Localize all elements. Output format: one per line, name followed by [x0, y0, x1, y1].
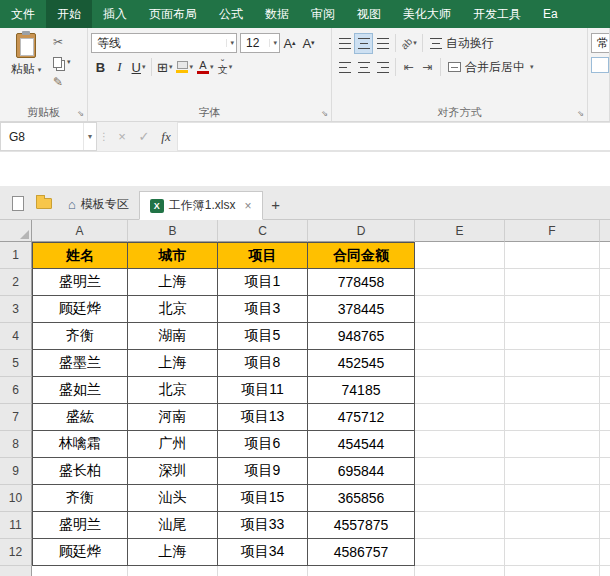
cell-D4[interactable]: 948765 [308, 323, 415, 350]
ribbon-tab-9[interactable]: 美化大师 [392, 0, 462, 28]
cell-partial[interactable] [600, 323, 610, 350]
font-size-dropdown-caret[interactable]: ▾ [269, 39, 277, 47]
cell-B6[interactable]: 北京 [128, 377, 218, 404]
cell-partial[interactable] [600, 512, 610, 539]
cell-A[interactable] [32, 566, 128, 576]
cell-F5[interactable] [505, 350, 600, 377]
ribbon-tab-10[interactable]: 开发工具 [462, 0, 532, 28]
cell-F2[interactable] [505, 269, 600, 296]
cell-A9[interactable]: 盛长柏 [32, 458, 128, 485]
cell-F6[interactable] [505, 377, 600, 404]
cell-E5[interactable] [415, 350, 505, 377]
cell-B10[interactable]: 汕头 [128, 485, 218, 512]
row-header-10[interactable]: 10 [0, 485, 32, 512]
new-workbook-button[interactable] [6, 191, 30, 215]
row-header-2[interactable]: 2 [0, 269, 32, 296]
cell-C4[interactable]: 项目5 [218, 323, 308, 350]
decrease-font-size-button[interactable]: A▾ [299, 33, 318, 54]
ribbon-tab-7[interactable]: 审阅 [300, 0, 346, 28]
cell-B9[interactable]: 深圳 [128, 458, 218, 485]
cell-partial[interactable] [600, 458, 610, 485]
cell-D1[interactable]: 合同金额 [308, 242, 415, 269]
cell-partial[interactable] [600, 377, 610, 404]
cell-A6[interactable]: 盛如兰 [32, 377, 128, 404]
cell-E10[interactable] [415, 485, 505, 512]
cell-B1[interactable]: 城市 [128, 242, 218, 269]
bold-button[interactable]: B [91, 57, 110, 78]
column-header-A[interactable]: A [32, 220, 128, 242]
cell-B11[interactable]: 汕尾 [128, 512, 218, 539]
cell-A4[interactable]: 齐衡 [32, 323, 128, 350]
merge-center-button[interactable]: 合并后居中▾ [444, 57, 538, 78]
ribbon-tab-1[interactable]: 文件 [0, 0, 46, 28]
formula-bar-splitter[interactable]: ⋮ [97, 122, 111, 151]
cell-B[interactable] [128, 566, 218, 576]
cell-A11[interactable]: 盛明兰 [32, 512, 128, 539]
cut-button[interactable]: ✂ [53, 33, 71, 51]
cell-partial[interactable] [600, 242, 610, 269]
row-header-11[interactable]: 11 [0, 512, 32, 539]
cell-F[interactable] [505, 566, 600, 576]
cell-D8[interactable]: 454544 [308, 431, 415, 458]
ribbon-tab-11[interactable]: Ea [532, 0, 569, 28]
ribbon-tab-3[interactable]: 插入 [92, 0, 138, 28]
font-color-button[interactable]: A▾ [195, 57, 216, 78]
cell-F1[interactable] [505, 242, 600, 269]
phonetic-guide-button[interactable]: ˘文▾ [215, 57, 234, 78]
cell-partial[interactable] [600, 404, 610, 431]
cell-D6[interactable]: 74185 [308, 377, 415, 404]
cell-A10[interactable]: 齐衡 [32, 485, 128, 512]
cell-F12[interactable] [505, 539, 600, 566]
close-tab-button[interactable]: × [245, 199, 252, 213]
number-format-combo[interactable]: 常 [591, 33, 610, 53]
cell-A1[interactable]: 姓名 [32, 242, 128, 269]
align-right-button[interactable] [373, 57, 392, 78]
cell-D2[interactable]: 778458 [308, 269, 415, 296]
column-header-E[interactable]: E [415, 220, 505, 242]
paste-dropdown-caret[interactable]: ▾ [38, 66, 42, 74]
row-header-9[interactable]: 9 [0, 458, 32, 485]
cell-C12[interactable]: 项目34 [218, 539, 308, 566]
cell-D7[interactable]: 475712 [308, 404, 415, 431]
cell-E7[interactable] [415, 404, 505, 431]
cell-D9[interactable]: 695844 [308, 458, 415, 485]
insert-function-button[interactable]: fx [155, 122, 177, 151]
cell-E1[interactable] [415, 242, 505, 269]
cell-partial[interactable] [600, 539, 610, 566]
font-size-combo[interactable]: 12▾ [240, 33, 280, 53]
ribbon-tab-8[interactable]: 视图 [346, 0, 392, 28]
column-header-partial[interactable] [600, 220, 610, 242]
cell-partial[interactable] [600, 296, 610, 323]
align-middle-button[interactable] [354, 33, 373, 54]
cell-A2[interactable]: 盛明兰 [32, 269, 128, 296]
cell-B2[interactable]: 上海 [128, 269, 218, 296]
cancel-button[interactable]: × [111, 122, 133, 151]
cell-B3[interactable]: 北京 [128, 296, 218, 323]
increase-font-size-button[interactable]: A▴ [280, 33, 299, 54]
row-header-6[interactable]: 6 [0, 377, 32, 404]
cell-C5[interactable]: 项目8 [218, 350, 308, 377]
new-tab-button[interactable]: + [263, 190, 289, 219]
cell-A3[interactable]: 顾廷烨 [32, 296, 128, 323]
row-header-3[interactable]: 3 [0, 296, 32, 323]
paste-button[interactable]: 粘贴▾ [3, 31, 49, 104]
cell-C3[interactable]: 项目3 [218, 296, 308, 323]
cell-C7[interactable]: 项目13 [218, 404, 308, 431]
cell-D5[interactable]: 452545 [308, 350, 415, 377]
decrease-indent-button[interactable]: ⇤ [399, 57, 418, 78]
font-name-combo[interactable]: 等线▾ [91, 33, 237, 53]
cell-C8[interactable]: 项目6 [218, 431, 308, 458]
name-box-dropdown-caret[interactable]: ▾ [83, 123, 96, 150]
cell-C10[interactable]: 项目15 [218, 485, 308, 512]
cell-F8[interactable] [505, 431, 600, 458]
cell-A7[interactable]: 盛紘 [32, 404, 128, 431]
enter-button[interactable]: ✓ [133, 122, 155, 151]
font-dialog-launcher-icon[interactable]: ⇘ [321, 110, 328, 118]
column-header-B[interactable]: B [128, 220, 218, 242]
cell-C[interactable] [218, 566, 308, 576]
cell-C9[interactable]: 项目9 [218, 458, 308, 485]
column-header-D[interactable]: D [308, 220, 415, 242]
align-left-button[interactable] [335, 57, 354, 78]
column-header-F[interactable]: F [505, 220, 600, 242]
cell-A8[interactable]: 林噙霜 [32, 431, 128, 458]
